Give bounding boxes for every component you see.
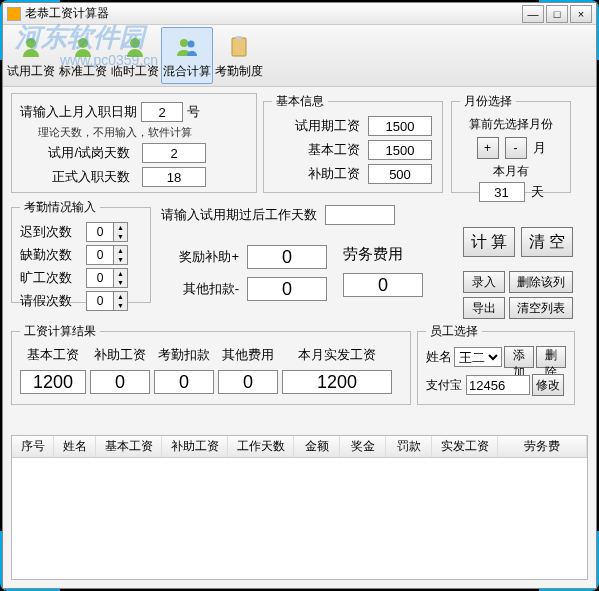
result-base-value — [20, 370, 86, 394]
th-penalty[interactable]: 罚款 — [386, 436, 432, 457]
leave-stepper[interactable]: ▲▼ — [86, 291, 128, 311]
month-select-legend: 月份选择 — [460, 93, 516, 110]
late-stepper[interactable]: ▲▼ — [86, 222, 128, 242]
stepper-up-icon[interactable]: ▲ — [113, 269, 127, 278]
employee-legend: 员工选择 — [426, 323, 482, 340]
result-table: 序号 姓名 基本工资 补助工资 工作天数 金额 奖金 罚款 实发工资 劳务费 — [11, 435, 588, 580]
export-button[interactable]: 导出 — [463, 297, 505, 319]
bonus-input[interactable] — [247, 245, 327, 269]
th-bonus[interactable]: 奖金 — [340, 436, 386, 457]
stepper-down-icon[interactable]: ▼ — [113, 301, 127, 310]
close-button[interactable]: × — [570, 5, 592, 23]
result-legend: 工资计算结果 — [20, 323, 100, 340]
month-minus-button[interactable]: - — [505, 137, 527, 159]
calc-button[interactable]: 计 算 — [463, 227, 515, 257]
tab-label: 考勤制度 — [215, 63, 263, 80]
stepper-up-icon[interactable]: ▲ — [113, 246, 127, 255]
tab-label: 标准工资 — [59, 63, 107, 80]
tab-mixed-calc[interactable]: 混合计算 — [161, 27, 213, 84]
trial-salary-input[interactable] — [368, 116, 432, 136]
th-allow[interactable]: 补助工资 — [162, 436, 228, 457]
person-icon — [119, 31, 151, 63]
clear-list-button[interactable]: 清空列表 — [509, 297, 573, 319]
svg-point-2 — [130, 38, 140, 48]
th-labor[interactable]: 劳务费 — [498, 436, 587, 457]
svg-rect-6 — [236, 36, 242, 40]
entry-date-suffix: 号 — [187, 103, 200, 121]
emp-add-button[interactable]: 添加 — [504, 346, 534, 368]
month-plus-button[interactable]: + — [477, 137, 499, 159]
tab-label: 试用工资 — [7, 63, 55, 80]
allowance-label: 补助工资 — [272, 165, 360, 183]
stepper-down-icon[interactable]: ▼ — [113, 255, 127, 264]
month-suffix: 月 — [533, 139, 546, 157]
maximize-button[interactable]: □ — [546, 5, 568, 23]
absent-input[interactable] — [87, 248, 113, 262]
svg-point-0 — [26, 38, 36, 48]
entry-date-input[interactable] — [141, 102, 183, 122]
th-actual[interactable]: 实发工资 — [432, 436, 498, 457]
result-actual-header: 本月实发工资 — [282, 346, 392, 364]
basic-info-legend: 基本信息 — [272, 93, 328, 110]
del-row-button[interactable]: 删除该列 — [509, 271, 573, 293]
stepper-up-icon[interactable]: ▲ — [113, 223, 127, 232]
emp-del-button[interactable]: 删除 — [536, 346, 566, 368]
app-window: 老恭工资计算器 — □ × 试用工资 标准工资 临时工资 混合计算 — [2, 2, 597, 589]
alipay-input[interactable] — [466, 375, 530, 395]
people-icon — [171, 31, 203, 63]
theory-note: 理论天数，不用输入，软件计算 — [38, 125, 248, 140]
emp-name-select[interactable]: 王二 — [454, 347, 502, 367]
app-icon — [7, 7, 21, 21]
trial-days-label: 试用/试岗天数 — [20, 144, 130, 162]
skip-label: 旷工次数 — [20, 269, 86, 287]
toolbar: 试用工资 标准工资 临时工资 混合计算 考勤制度 — [3, 25, 596, 87]
stepper-down-icon[interactable]: ▼ — [113, 232, 127, 241]
workdays-after-input[interactable] — [325, 205, 395, 225]
late-input[interactable] — [87, 225, 113, 239]
month-days-label: 本月有 — [460, 163, 562, 180]
tab-standard-salary[interactable]: 标准工资 — [57, 27, 109, 84]
stepper-down-icon[interactable]: ▼ — [113, 278, 127, 287]
record-button[interactable]: 录入 — [463, 271, 505, 293]
th-seq[interactable]: 序号 — [12, 436, 54, 457]
tab-temp-salary[interactable]: 临时工资 — [109, 27, 161, 84]
month-days-input[interactable] — [479, 182, 525, 202]
workdays-after-label: 请输入试用期过后工作天数 — [161, 206, 317, 224]
trial-days-input[interactable] — [142, 143, 206, 163]
th-base[interactable]: 基本工资 — [96, 436, 162, 457]
tab-trial-salary[interactable]: 试用工资 — [5, 27, 57, 84]
th-name[interactable]: 姓名 — [54, 436, 96, 457]
labor-fee-input[interactable] — [343, 273, 423, 297]
titlebar: 老恭工资计算器 — □ × — [3, 3, 596, 25]
entry-date-label: 请输入上月入职日期 — [20, 103, 137, 121]
stepper-up-icon[interactable]: ▲ — [113, 292, 127, 301]
result-attend-header: 考勤扣款 — [154, 346, 214, 364]
tab-attendance-policy[interactable]: 考勤制度 — [213, 27, 265, 84]
other-deduct-input[interactable] — [247, 277, 327, 301]
absent-label: 缺勤次数 — [20, 246, 86, 264]
allowance-input[interactable] — [368, 164, 432, 184]
result-other-header: 其他费用 — [218, 346, 278, 364]
skip-stepper[interactable]: ▲▼ — [86, 268, 128, 288]
th-amount[interactable]: 金额 — [294, 436, 340, 457]
result-attend-value — [154, 370, 214, 394]
month-pre-label: 算前先选择月份 — [460, 116, 562, 133]
alipay-label: 支付宝 — [426, 377, 466, 394]
other-deduct-label: 其他扣款- — [161, 280, 239, 298]
formal-days-input[interactable] — [142, 167, 206, 187]
person-icon — [15, 31, 47, 63]
table-header: 序号 姓名 基本工资 补助工资 工作天数 金额 奖金 罚款 实发工资 劳务费 — [12, 436, 587, 458]
absent-stepper[interactable]: ▲▼ — [86, 245, 128, 265]
svg-point-4 — [188, 41, 195, 48]
th-workdays[interactable]: 工作天数 — [228, 436, 294, 457]
minimize-button[interactable]: — — [522, 5, 544, 23]
skip-input[interactable] — [87, 271, 113, 285]
base-salary-input[interactable] — [368, 140, 432, 160]
leave-input[interactable] — [87, 294, 113, 308]
base-salary-label: 基本工资 — [272, 141, 360, 159]
emp-edit-button[interactable]: 修改 — [532, 374, 564, 396]
result-other-value — [218, 370, 278, 394]
month-days-suffix: 天 — [531, 183, 544, 201]
clear-button[interactable]: 清 空 — [521, 227, 573, 257]
late-label: 迟到次数 — [20, 223, 86, 241]
